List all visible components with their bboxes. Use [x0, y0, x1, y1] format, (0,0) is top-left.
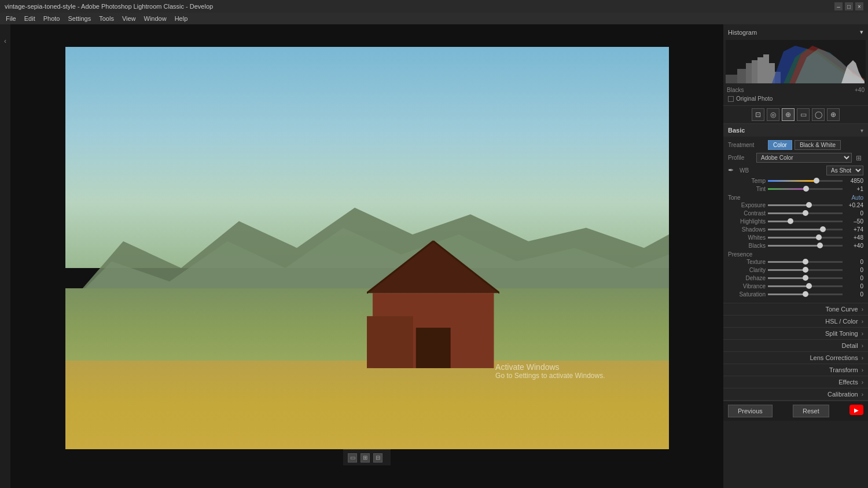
saturation-slider-row: Saturation 0 — [728, 291, 863, 298]
treatment-bw-button[interactable]: Black & White — [795, 140, 841, 150]
tone-curve-arrow: › — [862, 306, 863, 313]
temp-slider[interactable] — [768, 180, 843, 182]
tone-title: Tone — [728, 195, 741, 201]
blacks-slider-label: Blacks — [728, 243, 766, 249]
tint-slider[interactable] — [768, 188, 843, 190]
exposure-slider[interactable] — [768, 204, 843, 206]
tone-auto-btn[interactable]: Auto — [851, 195, 863, 201]
vibrance-label: Vibrance — [728, 283, 766, 289]
blacks-slider-row: Blacks +40 — [728, 243, 863, 249]
svg-rect-11 — [752, 60, 757, 83]
saturation-slider[interactable] — [768, 293, 843, 295]
vibrance-slider-row: Vibrance 0 — [728, 283, 863, 289]
highlights-slider[interactable] — [768, 221, 843, 222]
histogram-expand-icon[interactable]: ▾ — [860, 28, 863, 36]
basic-panel-section: Basic ▾ Treatment Color Black & White Pr… — [723, 124, 868, 303]
effects-arrow: › — [862, 379, 863, 386]
histogram-blacks-value: +40 — [855, 87, 865, 93]
tool-icons-row: ⊡ ◎ ⊕ ▭ ◯ ⊕ — [723, 106, 868, 124]
whites-slider[interactable] — [768, 237, 843, 239]
profile-row: Profile Adobe Color ⊞ — [728, 153, 863, 163]
highlights-slider-row: Highlights –50 — [728, 218, 863, 225]
left-sidebar: ‹ — [0, 24, 10, 488]
calibration-panel[interactable]: Calibration › — [723, 388, 868, 401]
tone-curve-panel[interactable]: Tone Curve › — [723, 303, 868, 315]
whites-slider-row: Whites +48 — [728, 234, 863, 241]
svg-rect-4 — [416, 328, 451, 368]
menu-item-window[interactable]: Window — [141, 14, 170, 23]
hsl-color-title: HSL / Color — [825, 318, 858, 325]
clarity-slider[interactable] — [768, 269, 843, 271]
histogram-label: Blacks +40 — [726, 86, 866, 94]
minimize-button[interactable]: – — [834, 2, 843, 10]
basic-section-header[interactable]: Basic ▾ — [723, 124, 868, 137]
texture-slider[interactable] — [768, 261, 843, 263]
split-toning-arrow: › — [862, 331, 863, 337]
treatment-label: Treatment — [728, 142, 766, 148]
tint-slider-row: Tint +1 — [728, 186, 863, 192]
basic-section-arrow: ▾ — [860, 127, 863, 134]
menu-item-help[interactable]: Help — [171, 14, 192, 23]
basic-section-title: Basic — [728, 127, 745, 134]
detail-arrow: › — [862, 343, 863, 349]
youtube-icon[interactable]: ▶ — [849, 405, 863, 415]
crop-tool-icon[interactable]: ⊡ — [752, 108, 764, 121]
menu-item-edit[interactable]: Edit — [21, 14, 39, 23]
svg-rect-7 — [367, 316, 413, 368]
red-eye-icon[interactable]: ⊕ — [782, 108, 795, 121]
menu-item-photo[interactable]: Photo — [40, 14, 64, 23]
effects-panel[interactable]: Effects › — [723, 376, 868, 388]
contrast-slider-row: Contrast 0 — [728, 210, 863, 217]
dehaze-slider[interactable] — [768, 277, 843, 279]
saturation-label: Saturation — [728, 291, 766, 298]
highlights-value: –50 — [845, 218, 863, 225]
blacks-slider[interactable] — [768, 245, 843, 247]
image-area: Activate Windows Go to Settings to activ… — [10, 24, 723, 488]
profile-grid-icon[interactable]: ⊞ — [854, 153, 863, 163]
exposure-slider-row: Exposure +0.24 — [728, 202, 863, 208]
shadows-slider[interactable] — [768, 229, 843, 230]
graduated-filter-icon[interactable]: ▭ — [797, 108, 810, 121]
transform-panel[interactable]: Transform › — [723, 364, 868, 376]
histogram-canvas — [726, 40, 866, 83]
split-toning-panel[interactable]: Split Toning › — [723, 328, 868, 340]
left-panel-toggle[interactable]: ‹ — [1, 35, 9, 47]
menu-item-file[interactable]: File — [2, 14, 20, 23]
right-panel: Histogram ▾ — [723, 24, 868, 488]
lens-corrections-panel[interactable]: Lens Corrections › — [723, 352, 868, 364]
window-controls: – □ × — [834, 2, 863, 10]
dehaze-value: 0 — [845, 275, 863, 281]
original-photo-checkbox[interactable] — [728, 96, 734, 102]
original-photo-row: Original Photo — [726, 94, 866, 103]
menu-item-settings[interactable]: Settings — [64, 14, 94, 23]
svg-rect-12 — [757, 57, 763, 83]
shadows-slider-row: Shadows +74 — [728, 226, 863, 233]
maximize-button[interactable]: □ — [845, 2, 853, 10]
spot-removal-icon[interactable]: ◎ — [767, 108, 779, 121]
view-mode-single[interactable]: ▭ — [348, 453, 357, 463]
hsl-color-panel[interactable]: HSL / Color › — [723, 315, 868, 328]
shadows-value: +74 — [845, 226, 863, 233]
wb-eyedropper-icon[interactable]: ✒ — [728, 166, 737, 175]
vibrance-slider[interactable] — [768, 285, 843, 287]
highlights-label: Highlights — [728, 218, 766, 225]
adjustment-brush-icon[interactable]: ⊕ — [827, 108, 840, 121]
detail-panel[interactable]: Detail › — [723, 340, 868, 352]
view-mode-grid[interactable]: ⊞ — [361, 453, 370, 463]
reset-button[interactable]: Reset — [793, 405, 829, 417]
contrast-slider[interactable] — [768, 212, 843, 214]
svg-rect-8 — [726, 75, 737, 83]
texture-slider-row: Texture 0 — [728, 259, 863, 265]
profile-select[interactable]: Adobe Color — [756, 153, 852, 163]
histogram-blacks-label: Blacks — [727, 87, 744, 93]
menu-item-view[interactable]: View — [119, 14, 139, 23]
radial-filter-icon[interactable]: ◯ — [812, 108, 825, 121]
wb-select[interactable]: As Shot — [826, 166, 863, 175]
histogram-section: Histogram ▾ — [723, 24, 868, 106]
close-button[interactable]: × — [855, 2, 863, 10]
original-photo-label: Original Photo — [736, 96, 773, 102]
treatment-color-button[interactable]: Color — [768, 140, 792, 150]
menu-item-tools[interactable]: Tools — [95, 14, 117, 23]
view-mode-compare[interactable]: ⊟ — [373, 453, 382, 463]
previous-button[interactable]: Previous — [728, 405, 773, 417]
